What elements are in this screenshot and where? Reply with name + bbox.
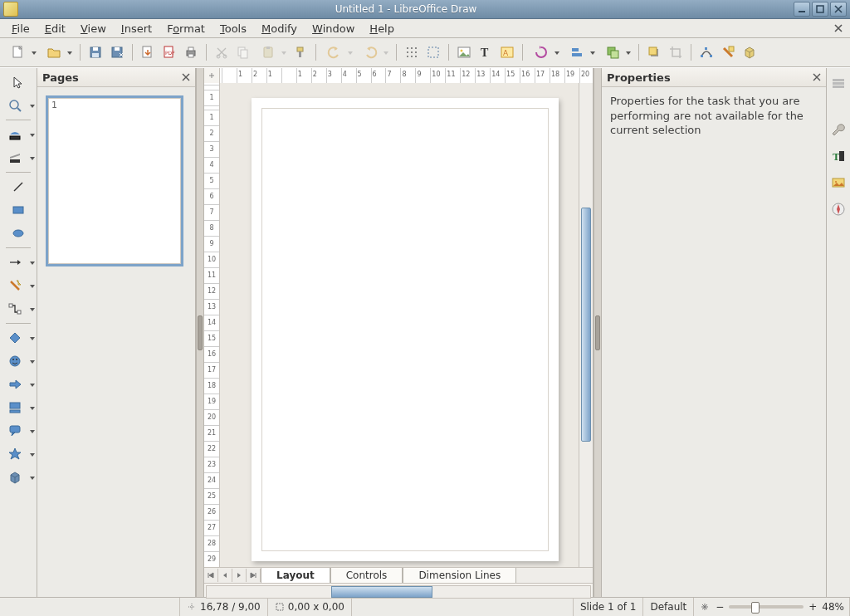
nav-last-page[interactable] <box>247 569 261 582</box>
copy-button[interactable] <box>233 42 253 62</box>
drawing-page[interactable] <box>252 98 559 561</box>
crop-image-button[interactable] <box>666 42 686 62</box>
export-button[interactable] <box>138 42 158 62</box>
drawing-canvas[interactable] <box>220 83 593 567</box>
menu-tools[interactable]: Tools <box>213 21 253 37</box>
line-tool[interactable] <box>3 176 33 198</box>
menu-view[interactable]: View <box>74 21 113 37</box>
glue-points-button[interactable] <box>718 42 738 62</box>
menu-format[interactable]: Format <box>160 21 212 37</box>
undo-button[interactable] <box>321 42 355 62</box>
svg-rect-43 <box>701 55 703 57</box>
vertical-ruler[interactable]: 1123456789101112131415161718192021222324… <box>204 83 220 567</box>
insert-textbox-button[interactable]: T <box>476 42 496 62</box>
window-maximize-button[interactable] <box>812 2 828 17</box>
svg-rect-64 <box>833 82 844 85</box>
clone-format-button[interactable] <box>291 42 310 62</box>
stars-tool[interactable] <box>0 443 37 465</box>
window-minimize-button[interactable] <box>794 2 810 17</box>
transformations-button[interactable] <box>528 42 562 62</box>
zoom-percentage[interactable]: 48% <box>822 601 844 613</box>
open-document-button[interactable] <box>41 42 75 62</box>
zoom-tool[interactable] <box>0 95 37 116</box>
svg-point-58 <box>12 359 14 360</box>
sidebar-properties-tab[interactable] <box>828 120 848 139</box>
nav-next-page[interactable] <box>232 569 247 582</box>
new-document-button[interactable] <box>5 42 39 62</box>
sidebar-settings-button[interactable] <box>828 73 848 93</box>
sidebar-gallery-tab[interactable] <box>828 173 848 193</box>
horizontal-scrollbar-thumb[interactable] <box>331 586 432 598</box>
status-page-style[interactable]: Default <box>643 598 694 616</box>
cut-button[interactable] <box>212 42 232 62</box>
zoom-slider-thumb[interactable] <box>751 602 760 614</box>
basic-shapes-tool[interactable] <box>0 327 37 349</box>
zoom-fit-button[interactable] <box>699 601 711 613</box>
save-button[interactable] <box>85 42 105 62</box>
edit-points-button[interactable] <box>696 42 716 62</box>
menu-insert[interactable]: Insert <box>115 21 159 37</box>
standard-toolbar: PDF T A <box>0 38 850 67</box>
horizontal-scrollbar[interactable] <box>206 585 591 599</box>
fill-color-tool[interactable] <box>0 124 37 145</box>
print-button[interactable] <box>181 42 201 62</box>
ellipse-tool[interactable] <box>3 222 33 244</box>
nav-prev-page[interactable] <box>218 569 232 582</box>
menu-help[interactable]: Help <box>363 21 401 37</box>
page-thumbnail[interactable]: 1 <box>46 95 183 266</box>
grid-button[interactable] <box>402 42 422 62</box>
insert-image-button[interactable] <box>454 42 474 62</box>
insert-fontwork-button[interactable]: A <box>497 42 517 62</box>
rectangle-tool[interactable] <box>3 199 33 221</box>
menubar: File Edit View Insert Format Tools Modif… <box>0 19 850 38</box>
svg-rect-60 <box>10 403 20 408</box>
block-arrows-tool[interactable] <box>0 374 37 395</box>
tab-layout[interactable]: Layout <box>261 568 330 584</box>
helplines-button[interactable] <box>423 42 443 62</box>
line-color-tool[interactable] <box>0 147 37 169</box>
vertical-scrollbar-thumb[interactable] <box>581 208 591 442</box>
redo-button[interactable] <box>357 42 391 62</box>
connector-tool[interactable] <box>0 298 37 320</box>
sidebar-navigator-tab[interactable] <box>828 199 848 219</box>
3d-objects-tool[interactable] <box>0 467 37 488</box>
vertical-scrollbar[interactable] <box>579 83 593 567</box>
tab-dimension-lines[interactable]: Dimension Lines <box>403 568 516 583</box>
properties-splitter[interactable] <box>594 68 602 597</box>
menu-edit[interactable]: Edit <box>38 21 72 37</box>
status-slide-info[interactable]: Slide 1 of 1 <box>574 598 644 616</box>
menu-modify[interactable]: Modify <box>255 21 304 37</box>
zoom-out-button[interactable]: − <box>714 601 725 613</box>
nav-first-page[interactable] <box>204 569 218 582</box>
symbol-shapes-tool[interactable] <box>0 350 37 372</box>
align-button[interactable] <box>564 42 598 62</box>
zoom-slider[interactable] <box>729 605 804 609</box>
callout-tool[interactable] <box>0 420 37 442</box>
menu-window[interactable]: Window <box>305 21 361 37</box>
flowchart-tool[interactable] <box>0 397 37 418</box>
zoom-in-button[interactable]: + <box>807 601 818 613</box>
sidebar-styles-tab[interactable]: T <box>828 146 848 166</box>
curve-tool[interactable] <box>0 275 37 296</box>
lines-arrows-tool[interactable] <box>0 252 37 273</box>
export-pdf-button[interactable]: PDF <box>159 42 179 62</box>
shadow-button[interactable] <box>644 42 664 62</box>
horizontal-ruler[interactable]: 1211234567891011121314151617181920 <box>220 68 593 84</box>
select-tool[interactable] <box>3 71 33 93</box>
menu-file[interactable]: File <box>5 21 37 37</box>
save-as-button[interactable] <box>107 42 127 62</box>
pages-splitter[interactable] <box>196 68 204 597</box>
svg-rect-19 <box>266 46 270 49</box>
paste-button[interactable] <box>255 42 289 62</box>
svg-rect-21 <box>299 51 301 57</box>
pages-panel-close-button[interactable] <box>182 71 190 84</box>
extrusion-button[interactable] <box>740 42 760 62</box>
window-close-button[interactable] <box>830 2 847 17</box>
svg-rect-38 <box>572 53 582 56</box>
properties-panel-title: Properties <box>607 71 671 84</box>
properties-panel-close-button[interactable] <box>813 71 821 84</box>
tab-controls[interactable]: Controls <box>330 568 403 583</box>
close-document-button[interactable] <box>833 23 843 33</box>
arrange-button[interactable] <box>599 42 633 62</box>
ruler-corner[interactable] <box>204 68 220 84</box>
